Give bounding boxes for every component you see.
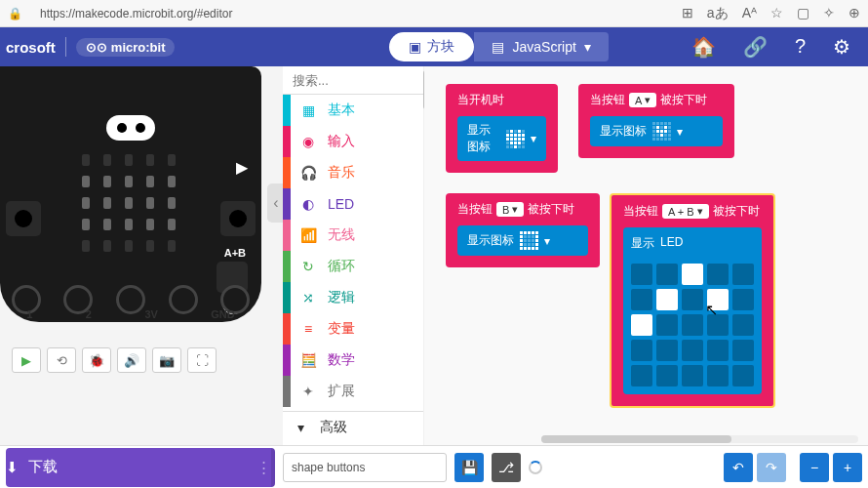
simulator-panel: ▶ A+B V2 1 2 3V GND ▶ ⟲ 🐞 🔊 📷 ⛶: [0, 66, 283, 445]
blocks-workspace[interactable]: 当开机时 显示图标 ▾ 当按钮 A ▾ 被按下时 显示图标: [424, 66, 868, 445]
led-cell[interactable]: [631, 289, 652, 310]
category-radio[interactable]: 📶无线: [283, 220, 423, 251]
led-cell[interactable]: [682, 365, 703, 386]
button-a[interactable]: [6, 201, 41, 236]
led-cell[interactable]: [707, 365, 729, 386]
show-icon-block[interactable]: 显示图标 ▾: [590, 116, 723, 146]
button-a-slot[interactable]: A ▾: [629, 93, 656, 107]
category-loops[interactable]: ↻循环: [283, 251, 423, 282]
led-cell[interactable]: [631, 340, 652, 361]
led-cell[interactable]: [656, 365, 678, 386]
brand[interactable]: crosoft ⊙⊙ micro:bit: [6, 37, 175, 57]
category-led[interactable]: ◐LED: [283, 188, 423, 220]
github-button[interactable]: ⎇: [492, 453, 521, 482]
category-math[interactable]: 🧮数学: [283, 345, 423, 376]
led-cell[interactable]: [682, 314, 703, 336]
star-icon[interactable]: ☆: [770, 5, 783, 22]
browser-nav-icons: 🔒: [8, 7, 22, 20]
project-name-input[interactable]: [283, 453, 447, 482]
led-cell[interactable]: [682, 264, 703, 285]
translate-icon[interactable]: aあ: [707, 5, 729, 22]
download-button[interactable]: ⬇ 下载 ⋮: [6, 448, 275, 487]
workspace-scrollbar[interactable]: [541, 435, 858, 443]
button-b-block[interactable]: 当按钮 B ▾ 被按下时 显示图标 ▾: [446, 193, 600, 267]
show-leds-block[interactable]: 显示 LED: [623, 227, 762, 394]
category-variables[interactable]: ≡变量: [283, 313, 423, 345]
on-start-block[interactable]: 当开机时 显示图标 ▾: [446, 84, 558, 173]
redo-button[interactable]: ↷: [757, 453, 786, 482]
led-cell[interactable]: [631, 264, 652, 285]
led-cell[interactable]: [656, 289, 678, 310]
show-icon-block[interactable]: 显示图标 ▾: [457, 116, 546, 161]
microbit-logo-icon: [106, 115, 155, 141]
help-icon[interactable]: ?: [795, 35, 806, 59]
category-extensions[interactable]: ✦扩展: [283, 376, 423, 407]
share-icon[interactable]: 🔗: [743, 35, 768, 59]
home-icon[interactable]: 🏠: [691, 35, 716, 59]
play-button[interactable]: ▶: [12, 347, 41, 373]
download-icon: ⬇: [6, 459, 19, 476]
brand-ms: crosoft: [6, 39, 56, 56]
category-advanced[interactable]: ▾高级: [283, 411, 423, 442]
led-cell[interactable]: [732, 264, 754, 285]
category-music[interactable]: 🎧音乐: [283, 157, 423, 188]
chevron-down-icon: ▾: [677, 125, 683, 139]
led-cell[interactable]: [707, 340, 729, 361]
tab-blocks[interactable]: ▣ 方块: [389, 32, 474, 61]
led-cell[interactable]: [732, 289, 754, 310]
grid-icon: ▦: [300, 102, 316, 118]
button-ab-block[interactable]: 当按钮 A + B ▾ 被按下时 显示 LED: [610, 193, 775, 408]
category-logic[interactable]: ⤮逻辑: [283, 282, 423, 313]
led-cell[interactable]: [707, 264, 729, 285]
debug-button[interactable]: 🐞: [82, 347, 111, 373]
screenshot-button[interactable]: 📷: [152, 347, 181, 373]
button-b-slot[interactable]: B ▾: [496, 202, 524, 217]
read-icon[interactable]: ⊞: [682, 5, 693, 22]
square-icon: [520, 231, 538, 250]
editor-tabs: ▣ 方块 ▤ JavaScript ▾: [389, 32, 608, 61]
microbit-board[interactable]: ▶ A+B V2: [0, 66, 261, 322]
tab-javascript[interactable]: ▤ JavaScript ▾: [474, 32, 608, 61]
heart-icon: [506, 130, 525, 148]
led-cell[interactable]: [631, 365, 652, 386]
led-cell[interactable]: [656, 340, 678, 361]
button-ab-slot[interactable]: A + B ▾: [662, 204, 709, 219]
toolbox-panel: 🔍 ▦基本 ◉输入 🎧音乐 ◐LED 📶无线 ↻循环 ⤮逻辑 ≡变量 🧮数学 ✦…: [283, 66, 424, 445]
category-input[interactable]: ◉输入: [283, 126, 423, 157]
led-cell[interactable]: [707, 314, 729, 336]
led-cell[interactable]: [732, 314, 754, 336]
sound-button[interactable]: 🔊: [117, 347, 146, 373]
show-icon-block[interactable]: 显示图标 ▾: [457, 225, 588, 256]
chevron-down-icon: ▾: [293, 420, 308, 435]
settings-icon[interactable]: ⚙: [833, 35, 850, 59]
ext-icon[interactable]: ⊕: [848, 5, 860, 22]
save-button[interactable]: 💾: [454, 453, 484, 482]
led-cell[interactable]: [656, 264, 678, 285]
loading-spinner-icon: [529, 461, 542, 474]
zoom-out-button[interactable]: −: [800, 453, 829, 482]
chevron-down-icon: ▾: [584, 39, 591, 55]
category-list: ▦基本 ◉输入 🎧音乐 ◐LED 📶无线 ↻循环 ⤮逻辑 ≡变量 🧮数学 ✦扩展…: [283, 95, 423, 445]
restart-button[interactable]: ⟲: [47, 347, 76, 373]
led-cell[interactable]: [682, 340, 703, 361]
led-editor-grid[interactable]: [631, 264, 754, 386]
toolbox-search[interactable]: 🔍: [283, 66, 423, 95]
button-a-block[interactable]: 当按钮 A ▾ 被按下时 显示图标 ▾: [578, 84, 734, 158]
button-b[interactable]: [220, 201, 256, 236]
led-cell[interactable]: [732, 340, 754, 361]
fullscreen-button[interactable]: ⛶: [187, 347, 217, 373]
undo-button[interactable]: ↶: [724, 453, 753, 482]
led-cell[interactable]: [707, 289, 729, 310]
category-basic[interactable]: ▦基本: [283, 95, 423, 126]
favorites-icon[interactable]: ✧: [823, 5, 835, 22]
font-icon[interactable]: Aᴬ: [742, 5, 757, 22]
collections-icon[interactable]: ▢: [797, 5, 809, 22]
zoom-in-button[interactable]: +: [833, 453, 862, 482]
led-cell[interactable]: [631, 314, 652, 336]
browser-right-icons: ⊞ aあ Aᴬ ☆ ▢ ✧ ⊕: [682, 5, 860, 22]
led-cell[interactable]: [732, 365, 754, 386]
led-cell[interactable]: [656, 314, 678, 336]
led-cell[interactable]: [682, 289, 703, 310]
on-start-label: 当开机时: [457, 92, 546, 108]
url-text[interactable]: https://makecode.microbit.org/#editor: [32, 7, 672, 20]
